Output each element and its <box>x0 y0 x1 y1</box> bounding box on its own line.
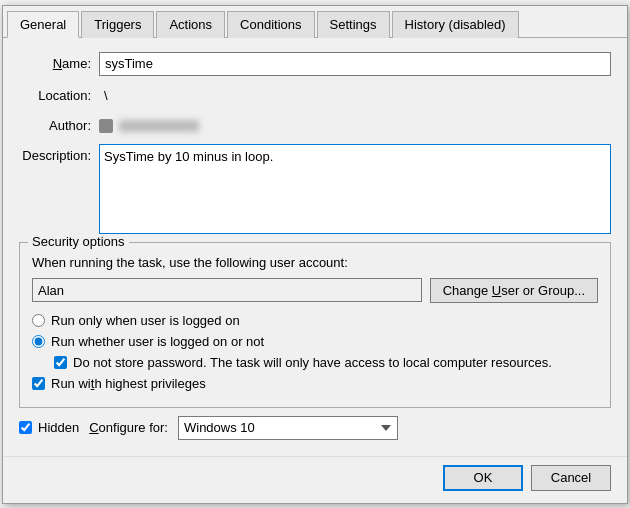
highest-priv-checkbox[interactable] <box>32 377 45 390</box>
author-label: Author: <box>19 118 99 133</box>
name-input[interactable] <box>99 52 611 76</box>
no-password-label: Do not store password. The task will onl… <box>73 355 552 370</box>
configure-select[interactable]: Windows 10 Windows 7, Windows 8, Windows… <box>178 416 398 440</box>
ok-button[interactable]: OK <box>443 465 523 491</box>
location-value: \ <box>99 84 611 108</box>
security-group: Security options When running the task, … <box>19 242 611 408</box>
radio-logged-on-row: Run only when user is logged on <box>32 313 598 328</box>
user-name-box: Alan <box>32 278 422 302</box>
configure-for-label: Configure for: <box>89 420 168 435</box>
user-row: Alan Change User or Group... <box>32 278 598 303</box>
hidden-label: Hidden <box>38 420 79 435</box>
location-row: Location: \ <box>19 84 611 108</box>
radio-not-logged-on-row: Run whether user is logged on or not <box>32 334 598 349</box>
location-label: Location: <box>19 88 99 103</box>
tab-general[interactable]: General <box>7 11 79 38</box>
bottom-row: Hidden Configure for: Windows 10 Windows… <box>19 416 611 440</box>
radio-logged-on[interactable] <box>32 314 45 327</box>
description-input[interactable] <box>99 144 611 234</box>
hidden-check-container: Hidden <box>19 420 79 435</box>
radio-logged-on-label: Run only when user is logged on <box>51 313 240 328</box>
name-label: Name: <box>19 56 99 71</box>
hidden-checkbox[interactable] <box>19 421 32 434</box>
button-row: OK Cancel <box>3 456 627 503</box>
tab-conditions[interactable]: Conditions <box>227 11 314 38</box>
no-password-row: Do not store password. The task will onl… <box>54 355 598 370</box>
author-name-blurred <box>119 120 199 132</box>
tab-settings[interactable]: Settings <box>317 11 390 38</box>
description-label: Description: <box>19 144 99 163</box>
tab-actions[interactable]: Actions <box>156 11 225 38</box>
highest-priv-label: Run with highest privileges <box>51 376 206 391</box>
cancel-button[interactable]: Cancel <box>531 465 611 491</box>
security-desc: When running the task, use the following… <box>32 255 598 270</box>
radio-not-logged-on[interactable] <box>32 335 45 348</box>
name-row: Name: <box>19 52 611 76</box>
radio-not-logged-on-label: Run whether user is logged on or not <box>51 334 264 349</box>
author-row: Author: <box>19 116 611 136</box>
no-password-checkbox[interactable] <box>54 356 67 369</box>
change-user-button[interactable]: Change User or Group... <box>430 278 598 303</box>
tab-history[interactable]: History (disabled) <box>392 11 519 38</box>
main-content: Name: Location: \ Author: Description: S… <box>3 38 627 450</box>
task-dialog: General Triggers Actions Conditions Sett… <box>2 5 628 504</box>
description-row: Description: <box>19 144 611 234</box>
highest-priv-row: Run with highest privileges <box>32 376 598 391</box>
security-legend: Security options <box>28 234 129 249</box>
author-value <box>99 116 611 136</box>
author-icon <box>99 119 113 133</box>
tab-bar: General Triggers Actions Conditions Sett… <box>3 6 627 38</box>
tab-triggers[interactable]: Triggers <box>81 11 154 38</box>
